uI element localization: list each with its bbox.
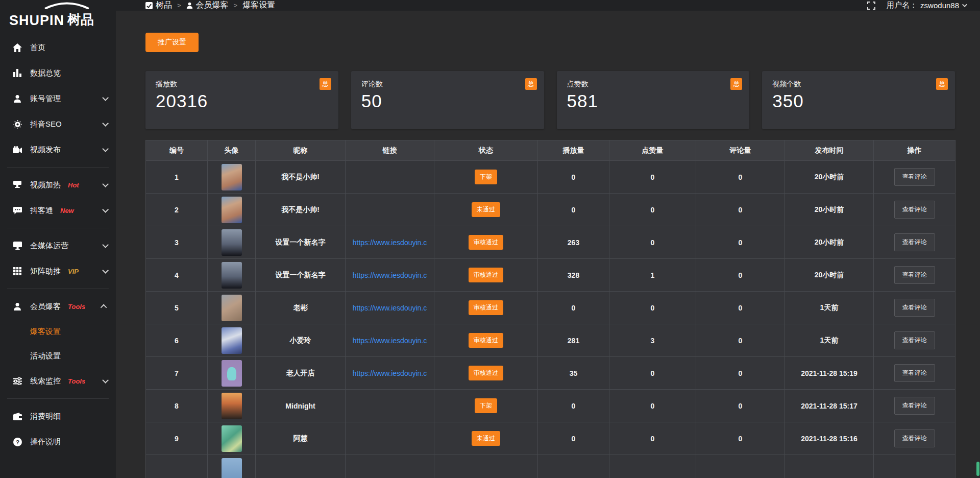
comments: 0 (696, 226, 785, 259)
row-id: 3 (146, 226, 208, 259)
status-badge[interactable]: 未通过 (472, 431, 500, 446)
sidebar-item-matrix-boost[interactable]: 矩阵助推 VIP (0, 258, 116, 284)
nickname: 老彬 (256, 292, 346, 324)
stat-card-likes: 点赞数 581 总 (557, 71, 750, 129)
comments: 0 (696, 161, 785, 194)
vip-tag: VIP (68, 268, 79, 275)
video-link[interactable]: https://www.iesdouyin.c (353, 337, 427, 345)
dashboard-icon (145, 2, 153, 9)
status-badge[interactable]: 审核通过 (469, 333, 503, 348)
video-link[interactable]: https://www.iesdouyin.c (353, 238, 427, 247)
sidebar-item-consumption-details[interactable]: 消费明细 (0, 403, 116, 429)
chat-bubble-icon (12, 207, 22, 214)
sidebar: SHUPIN 树品 首页 数据总览 账号管理 抖音SEO 视频发布 (0, 0, 116, 478)
chevron-down-icon (102, 146, 109, 152)
plays: 281 (538, 324, 609, 357)
logo-text-en: SHUPIN (9, 12, 64, 29)
username-label: 用户名： (887, 1, 917, 10)
view-comments-button[interactable]: 查看评论 (894, 331, 935, 349)
col-likes: 点赞量 (609, 140, 696, 161)
nickname: 我不是小帅! (256, 194, 346, 226)
status-badge[interactable]: 未通过 (472, 202, 500, 217)
stat-card-label: 播放数 (156, 80, 328, 89)
user-icon (12, 302, 22, 310)
sidebar-item-home[interactable]: 首页 (0, 35, 116, 60)
status-badge[interactable]: 下架 (475, 398, 497, 413)
sidebar-divider (7, 398, 109, 399)
monitor-icon (12, 242, 22, 250)
view-comments-button[interactable]: 查看评论 (894, 266, 935, 284)
likes: 0 (609, 422, 696, 455)
breadcrumb-item-member-baoke[interactable]: 会员爆客 (186, 0, 229, 11)
sidebar-item-data-overview[interactable]: 数据总览 (0, 60, 116, 86)
status-badge[interactable]: 下架 (475, 170, 497, 184)
sidebar-item-operation-guide[interactable]: ? 操作说明 (0, 429, 116, 455)
sidebar-item-label: 抖音SEO (30, 119, 62, 129)
status-badge[interactable]: 审核通过 (469, 366, 503, 380)
status-badge[interactable]: 审核通过 (469, 268, 503, 282)
avatar (222, 164, 242, 190)
breadcrumb-separator: > (177, 2, 181, 9)
table-row: 5 老彬 https://www.iesdouyin.c 审核通过 0 0 0 … (146, 292, 955, 324)
status-badge[interactable]: 审核通过 (469, 235, 503, 250)
sidebar-item-member-baoke[interactable]: 会员爆客 Tools (0, 294, 116, 319)
table-row: 7 老人开店 https://www.iesdouyin.c 审核通过 35 0… (146, 357, 955, 390)
comments: 0 (696, 324, 785, 357)
chevron-down-icon (102, 242, 109, 248)
user-menu[interactable]: 用户名： zswodun88 (887, 1, 966, 10)
stat-card-comments: 评论数 50 总 (351, 71, 544, 129)
sidebar-subitem-activity-settings[interactable]: 活动设置 (0, 344, 116, 368)
new-tag: New (60, 207, 74, 214)
stat-cards: 播放数 20316 总 评论数 50 总 点赞数 581 总 视频个数 350 … (145, 71, 955, 129)
avatar (222, 360, 242, 387)
view-comments-button[interactable]: 查看评论 (894, 429, 935, 447)
breadcrumb-item-shupin[interactable]: 树品 (145, 0, 172, 11)
table-row: 2 我不是小帅! 未通过 0 0 0 20小时前 查看评论 (146, 194, 955, 226)
main-content: 推广设置 播放数 20316 总 评论数 50 总 点赞数 581 总 视频个数… (116, 11, 980, 478)
sidebar-item-label: 操作说明 (30, 437, 61, 447)
plays: 0 (538, 422, 609, 455)
sidebar-item-video-heat[interactable]: 视频加热 Hot (0, 172, 116, 198)
sliders-icon (12, 377, 22, 385)
plays: 0 (538, 194, 609, 226)
chevron-down-icon (102, 181, 109, 187)
video-link[interactable]: https://www.iesdouyin.c (353, 271, 427, 279)
sidebar-item-video-publish[interactable]: 视频发布 (0, 137, 116, 162)
status-badge[interactable]: 审核通过 (469, 300, 503, 315)
view-comments-button[interactable]: 查看评论 (894, 397, 935, 415)
app-logo[interactable]: SHUPIN 树品 (0, 0, 116, 30)
row-id: 8 (146, 390, 208, 422)
view-comments-button[interactable]: 查看评论 (894, 364, 935, 382)
col-comments: 评论量 (696, 140, 785, 161)
sidebar-item-douyin-seo[interactable]: 抖音SEO (0, 111, 116, 137)
sidebar-item-all-media[interactable]: 全媒体运营 (0, 233, 116, 258)
fullscreen-icon[interactable] (867, 2, 875, 10)
avatar (222, 197, 242, 223)
video-link[interactable]: https://www.iesdouyin.c (353, 304, 427, 312)
view-comments-button[interactable]: 查看评论 (894, 233, 935, 251)
video-link[interactable]: https://www.iesdouyin.c (353, 369, 427, 377)
sidebar-item-label: 视频发布 (30, 145, 61, 155)
scrollbar-thumb[interactable] (976, 462, 979, 476)
sidebar-item-clue-monitor[interactable]: 线索监控 Tools (0, 368, 116, 394)
stat-card-label: 点赞数 (567, 80, 740, 89)
sidebar-item-account-management[interactable]: 账号管理 (0, 86, 116, 111)
stat-card-value: 350 (772, 91, 945, 111)
sidebar-item-douketong[interactable]: 抖客通 New (0, 198, 116, 223)
breadcrumb-item-baoke-settings[interactable]: 爆客设置 (242, 0, 275, 11)
stat-card-plays: 播放数 20316 总 (145, 71, 338, 129)
gear-icon (12, 120, 22, 129)
table-row: 1 我不是小帅! 下架 0 0 0 20小时前 查看评论 (146, 161, 955, 194)
publish-time: 2021-11-28 15:16 (785, 422, 874, 455)
nickname: 小爱玲 (256, 324, 346, 357)
plays: 263 (538, 226, 609, 259)
view-comments-button[interactable]: 查看评论 (894, 201, 935, 219)
sidebar-subitem-label: 活动设置 (30, 351, 61, 361)
table-row: 6 小爱玲 https://www.iesdouyin.c 审核通过 281 3… (146, 324, 955, 357)
promotion-settings-button[interactable]: 推广设置 (145, 33, 199, 52)
view-comments-button[interactable]: 查看评论 (894, 168, 935, 186)
view-comments-button[interactable]: 查看评论 (894, 299, 935, 317)
plays: 0 (538, 390, 609, 422)
sidebar-subitem-baoke-settings[interactable]: 爆客设置 (0, 319, 116, 344)
total-badge: 总 (525, 78, 537, 90)
